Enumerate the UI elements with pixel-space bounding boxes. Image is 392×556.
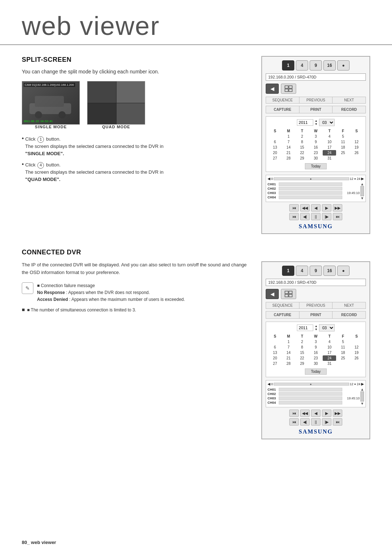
cal-day[interactable]: 19	[350, 145, 363, 150]
cal-day-b[interactable]: 23	[309, 355, 323, 361]
pb-rewind-bottom[interactable]: ◀◀	[300, 410, 310, 417]
cal-day-b[interactable]: 16	[309, 350, 323, 355]
pb-pause-bottom[interactable]: ||	[311, 418, 320, 426]
cal-day-b[interactable]	[350, 339, 363, 345]
cal-day-b[interactable]	[268, 339, 282, 345]
cal-day-b[interactable]: 15	[295, 350, 309, 355]
scrollbar-handle-bottom[interactable]	[360, 391, 364, 402]
calendar-year-input[interactable]	[297, 119, 313, 126]
cal-day-b[interactable]: 4	[323, 339, 336, 345]
scroll-up-arrow[interactable]: ▲	[360, 182, 364, 186]
ch04-track-bottom[interactable]	[279, 401, 342, 404]
ch03-track-bottom[interactable]	[279, 396, 342, 400]
dvr-action-record-bottom[interactable]: RECORD	[332, 311, 366, 318]
cal-day[interactable]: 6	[268, 139, 282, 145]
calendar-spin[interactable]: ▲ ▼	[315, 119, 318, 126]
pb-go-end-bottom[interactable]: ⏭	[333, 418, 342, 426]
cal-day[interactable]: 25	[336, 150, 350, 156]
dvr-play-button[interactable]: ◀	[266, 84, 279, 94]
dvr-nav-next[interactable]: NEXT	[332, 97, 366, 103]
dvr-play-button-bottom[interactable]: ◀	[266, 289, 279, 299]
cal-day[interactable]: 15	[295, 145, 309, 150]
pb-go-start[interactable]: ⏮	[289, 213, 299, 220]
pb-slow-fwd-bottom[interactable]: |▶	[322, 418, 331, 426]
pb-fast-forward[interactable]: ▶▶	[333, 204, 342, 211]
cal-day[interactable]: 28	[282, 156, 295, 161]
cal-day-b[interactable]: 11	[336, 345, 350, 350]
dvr-tab-16-bottom[interactable]: 16	[323, 266, 336, 276]
pb-play[interactable]: ▶	[322, 204, 331, 211]
today-button-bottom[interactable]: Today	[305, 368, 327, 375]
timeline-start[interactable]: ◀	[268, 177, 270, 181]
ch02-track-bottom[interactable]	[279, 392, 342, 396]
cal-day-today-b[interactable]: 24	[323, 355, 336, 361]
dvr-tab-9-bottom[interactable]: 9	[310, 266, 322, 276]
cal-day[interactable]: 12	[350, 139, 363, 145]
scroll-down-arrow[interactable]: ▼	[360, 196, 364, 200]
timeline-start-bottom[interactable]: ◀	[268, 382, 270, 386]
timeline-end[interactable]: ▶	[361, 177, 364, 181]
ch01-track[interactable]	[279, 182, 342, 186]
cal-day-b[interactable]: 21	[282, 355, 295, 361]
cal-day-b[interactable]: 9	[309, 345, 323, 350]
calendar-month-select[interactable]: 03	[319, 119, 335, 126]
dvr-tab-1-bottom[interactable]: 1	[282, 266, 294, 276]
calendar-month-select-bottom[interactable]: 03	[319, 324, 335, 331]
dvr-grid-button-bottom[interactable]	[281, 289, 296, 299]
cal-day[interactable]: 13	[268, 145, 282, 150]
cal-day[interactable]: 14	[282, 145, 295, 150]
cal-day-b[interactable]: 13	[268, 350, 282, 355]
cal-day[interactable]: 23	[309, 150, 323, 156]
dvr-tab-1[interactable]: 1	[282, 60, 294, 70]
cal-day[interactable]: 31	[323, 156, 336, 161]
pb-fast-rewind-bottom[interactable]: ⏮	[289, 410, 299, 417]
cal-day-b[interactable]: 27	[268, 361, 282, 366]
cal-day-b[interactable]	[350, 361, 363, 366]
cal-day-b[interactable]	[336, 361, 350, 366]
cal-day[interactable]: 27	[268, 156, 282, 161]
pb-slow-back-bottom[interactable]: ◀|	[300, 418, 310, 426]
cal-day[interactable]: 16	[309, 145, 323, 150]
cal-day[interactable]: 22	[295, 150, 309, 156]
dvr-action-record[interactable]: RECORD	[332, 106, 366, 113]
cal-day[interactable]: 29	[295, 156, 309, 161]
pb-rewind[interactable]: ◀◀	[300, 204, 310, 211]
dvr-tab-cam-bottom[interactable]: ●	[337, 266, 350, 276]
pb-play-bottom[interactable]: ▶	[322, 410, 331, 417]
cal-day-b[interactable]: 26	[350, 355, 363, 361]
cal-day[interactable]: 30	[309, 156, 323, 161]
cal-day-b[interactable]: 19	[350, 350, 363, 355]
calendar-year-input-bottom[interactable]	[297, 325, 313, 331]
cal-day[interactable]: 5	[336, 134, 350, 139]
cal-day-b[interactable]: 28	[282, 361, 295, 366]
cal-day-b[interactable]: 29	[295, 361, 309, 366]
cal-day-b[interactable]: 12	[350, 345, 363, 350]
cal-day-b[interactable]: 30	[309, 361, 323, 366]
today-button[interactable]: Today	[305, 163, 327, 169]
cal-day-b[interactable]: 20	[268, 355, 282, 361]
cal-day[interactable]: 17	[323, 145, 336, 150]
cal-day-b[interactable]: 18	[336, 350, 350, 355]
cal-up-arrow[interactable]: ▲	[315, 119, 318, 122]
dvr-tab-4-bottom[interactable]: 4	[296, 266, 308, 276]
cal-down-arrow[interactable]: ▼	[315, 122, 318, 126]
dvr-nav-sequence[interactable]: SEQUENCE	[266, 97, 299, 103]
cal-day-b[interactable]: 8	[295, 345, 309, 350]
dvr-tab-9[interactable]: 9	[310, 60, 322, 70]
cal-day-b[interactable]: 1	[282, 339, 295, 345]
cal-day[interactable]: 8	[295, 139, 309, 145]
dvr-grid-button[interactable]	[281, 84, 296, 94]
cal-day[interactable]	[336, 156, 350, 161]
cal-day[interactable]: 26	[350, 150, 363, 156]
scroll-down-arrow-bottom[interactable]: ▼	[360, 402, 364, 406]
scroll-up-arrow-bottom[interactable]: ▲	[360, 387, 364, 391]
cal-day[interactable]: 21	[282, 150, 295, 156]
cal-day-b[interactable]: 22	[295, 355, 309, 361]
dvr-nav-next-bottom[interactable]: NEXT	[332, 302, 366, 309]
cal-day[interactable]	[350, 134, 363, 139]
ch02-track[interactable]	[279, 187, 342, 190]
cal-day-b[interactable]: 3	[309, 339, 323, 345]
pb-fast-forward-bottom[interactable]: ▶▶	[333, 410, 342, 417]
cal-day[interactable]: 18	[336, 145, 350, 150]
calendar-spin-bottom[interactable]: ▲ ▼	[315, 325, 318, 331]
